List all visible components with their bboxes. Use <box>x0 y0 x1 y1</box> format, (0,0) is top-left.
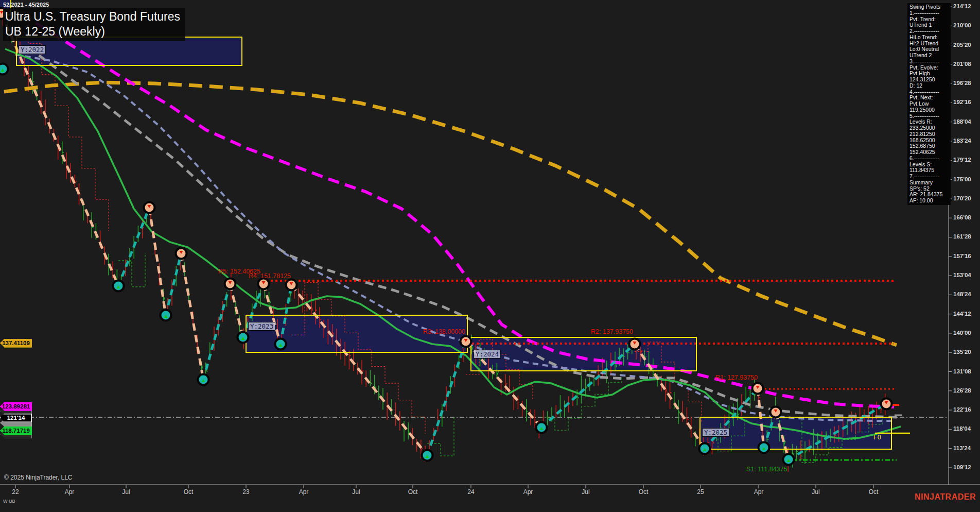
price-axis-label: 188'04 <box>953 118 971 125</box>
price-axis-label: 196'28 <box>953 80 971 86</box>
price-axis-label: 214'12 <box>953 3 971 9</box>
price-axis-label: 118'04 <box>953 425 971 432</box>
swing-panel-line: HiLo Trend: <box>909 35 950 41</box>
year-box-label: Y:2024 <box>474 350 501 359</box>
time-axis-label: 22 <box>12 488 19 496</box>
time-axis-label: Oct <box>184 488 194 496</box>
price-axis-label: 192'16 <box>953 99 971 105</box>
price-axis-label: 126'28 <box>953 387 971 394</box>
price-axis-label: 148'24 <box>953 291 971 297</box>
time-axis-label: Jul <box>582 488 589 496</box>
downtrend-zigzag-segment <box>230 284 243 337</box>
year-range-box-fill <box>471 337 696 371</box>
price-tag[interactable]: 121'14 <box>0 414 32 422</box>
time-axis-label: Oct <box>639 488 649 496</box>
trailing-stop-steps-long <box>427 417 454 456</box>
ninjatrader-chart-window: 52/2021 - 45/2025 Ultra U.S. Treasury Bo… <box>0 0 980 512</box>
pivot-annotation: R2: 137.93750 <box>591 328 633 335</box>
contract-subtitle: UB 12-25 (Weekly) <box>5 24 180 39</box>
year-range-box-fill <box>16 37 242 65</box>
visible-range-label: 52/2021 - 45/2025 <box>3 2 49 8</box>
ninjatrader-logo: NINJATRADER <box>915 492 976 502</box>
pivot-annotation: F0 <box>873 434 881 441</box>
swing-panel-line: UTrend 2 <box>909 53 950 59</box>
time-axis-label: Apr <box>299 488 309 496</box>
price-bar-close-tick <box>349 355 351 356</box>
time-axis-label: 25 <box>697 488 704 496</box>
pivot-annotation: R1: 127.93750 <box>715 374 758 381</box>
chart-canvas[interactable] <box>0 0 980 512</box>
swing-panel-line: 119.25000 <box>909 107 950 113</box>
time-axis-label: 23 <box>242 488 249 496</box>
swing-pivots-panel: Swing Pivots1.--------------Pvt. Trend:U… <box>907 3 951 205</box>
price-bar-close-tick <box>767 439 768 440</box>
year-box-label: Y:2022 <box>19 45 46 54</box>
price-axis-label: 183'24 <box>953 138 971 144</box>
price-axis-label: 135'20 <box>953 349 971 355</box>
pivot-annotation: S1: 111.84375 <box>746 466 787 473</box>
swing-panel-line: Summary <box>909 180 950 186</box>
price-tag[interactable]: 123.89281 <box>0 402 32 411</box>
time-axis-label: 24 <box>467 488 474 496</box>
price-axis-label: 161'28 <box>953 233 971 240</box>
chart-title: Ultra U.S. Treasury Bond Futures UB 12-2… <box>3 8 185 41</box>
swing-panel-line: 233.25000 <box>909 125 950 131</box>
time-axis-label: Apr <box>754 488 764 496</box>
time-axis-label: Jul <box>122 488 130 496</box>
price-tag[interactable]: 118.71719 <box>0 426 32 435</box>
swing-panel-line: 152.40625 <box>909 149 950 156</box>
price-axis-label: 157'16 <box>953 253 971 259</box>
price-axis-label: 131'08 <box>953 368 971 374</box>
price-axis-label: 179'12 <box>953 157 971 163</box>
price-axis-label: 201'08 <box>953 61 971 67</box>
downtrend-zigzag-segment <box>291 285 427 455</box>
swing-panel-line: AF: 10.00 <box>909 198 950 204</box>
ma-line-green <box>5 49 901 439</box>
uptrend-zigzag-segment <box>118 208 149 286</box>
pivot-annotation: R3: 138.00000 <box>423 328 465 335</box>
price-axis-label: 175'00 <box>953 176 971 182</box>
swing-panel-line: 1.-------------- <box>909 10 950 16</box>
year-box-label: Y:2025 <box>702 428 729 437</box>
swing-panel-line: 124.31250 <box>909 77 950 83</box>
pivot-annotation: R4: 151.78125 <box>249 272 291 280</box>
time-axis-label: Jul <box>812 488 819 496</box>
swing-panel-line: 3.-------------- <box>909 59 950 65</box>
swing-panel-line: 2.-------------- <box>909 28 950 35</box>
price-axis-label: 122'16 <box>953 406 971 413</box>
price-axis-label: 113'24 <box>953 445 971 451</box>
price-axis-label: 153'04 <box>953 272 971 278</box>
price-axis-label: 205'20 <box>953 42 971 48</box>
swing-panel-line: Pvt Low <box>909 101 950 107</box>
swing-panel-line: Swing Pivots <box>909 4 950 10</box>
time-axis-label: Apr <box>523 488 533 496</box>
price-axis-label: 170'20 <box>953 195 971 201</box>
time-axis-label: Oct <box>869 488 879 496</box>
time-axis-label: Oct <box>408 488 418 496</box>
swing-panel-line: 6.-------------- <box>909 156 950 162</box>
swing-panel-line: 7.-------------- <box>909 174 950 180</box>
time-axis-label: Jul <box>352 488 360 496</box>
uptrend-zigzag-segment <box>203 284 230 380</box>
year-box-label: Y:2023 <box>248 322 275 331</box>
price-axis-label: 210'00 <box>953 22 971 28</box>
time-axis-label: Apr <box>65 488 75 496</box>
price-tag[interactable]: 137.41109 <box>0 339 32 348</box>
swing-panel-line: D: 12 <box>909 83 950 89</box>
instrument-tab[interactable]: W UB <box>3 499 15 504</box>
price-axis-label: 166'08 <box>953 214 971 220</box>
price-axis-label: 144'12 <box>953 311 971 317</box>
price-axis-label: 140'00 <box>953 330 971 336</box>
instrument-title: Ultra U.S. Treasury Bond Futures <box>5 9 180 24</box>
swing-panel-line: 212.81250 <box>909 131 950 138</box>
price-axis-label: 109'12 <box>953 464 971 470</box>
price-bar-close-tick <box>32 81 34 82</box>
copyright-watermark: © 2025 NinjaTrader, LLC <box>4 474 72 481</box>
